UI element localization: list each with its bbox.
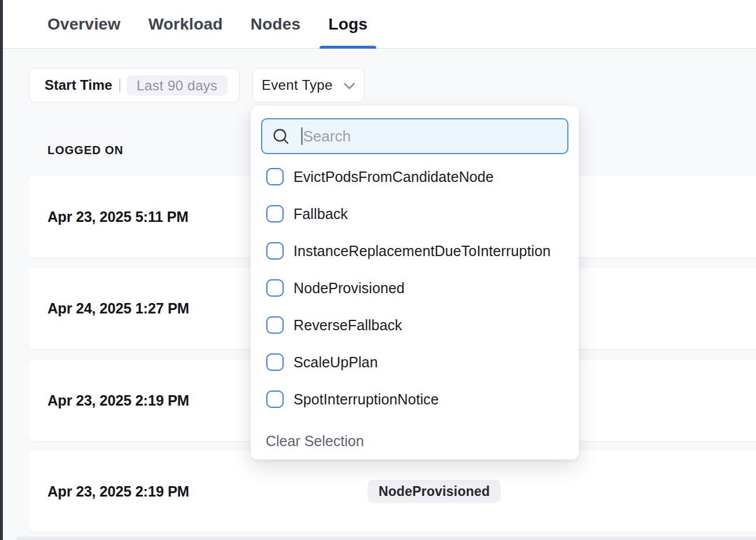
option-scaleupplan[interactable]: ScaleUpPlan: [251, 344, 579, 381]
window-left-edge: [0, 0, 3, 540]
event-type-label: Event Type: [262, 77, 333, 93]
logged-on-cell: Apr 24, 2025 1:27 PM: [47, 300, 189, 317]
filter-bar: Start Time Last 90 days Event Type: [29, 68, 365, 103]
text-cursor: [301, 127, 303, 145]
checkbox[interactable]: [266, 316, 284, 334]
option-reversefallback[interactable]: ReverseFallback: [251, 307, 579, 344]
checkbox[interactable]: [266, 279, 284, 297]
checkbox[interactable]: [266, 391, 284, 408]
logged-on-cell: Apr 23, 2025 2:19 PM: [47, 483, 189, 500]
search-placeholder: Search: [303, 127, 351, 145]
event-type-dropdown-panel: Search EvictPodsFromCandidateNode Fallba…: [251, 106, 579, 459]
horizontal-scrollbar[interactable]: [16, 537, 756, 540]
chevron-down-icon: [343, 82, 355, 90]
column-header-logged-on: LOGGED ON: [47, 144, 123, 157]
event-type-filter-button[interactable]: Event Type: [252, 68, 365, 103]
tab-bar: Overview Workload Nodes Logs: [0, 0, 756, 49]
search-icon: [273, 129, 289, 144]
checkbox[interactable]: [266, 168, 284, 185]
event-type-badge: NodeProvisioned: [368, 480, 501, 503]
start-time-label: Start Time: [45, 77, 112, 93]
logged-on-cell: Apr 23, 2025 5:11 PM: [47, 209, 188, 225]
tab-overview[interactable]: Overview: [47, 0, 120, 49]
log-row[interactable]: Apr 23, 2025 2:19 PM NodeProvisioned: [28, 451, 756, 532]
event-type-options: EvictPodsFromCandidateNode Fallback Inst…: [251, 158, 579, 418]
start-time-filter-button[interactable]: Start Time Last 90 days: [29, 68, 240, 103]
option-evictpodsfromcandidatenode[interactable]: EvictPodsFromCandidateNode: [251, 158, 579, 195]
option-instancereplacementduetointerruption[interactable]: InstanceReplacementDueToInterruption: [251, 232, 579, 269]
checkbox[interactable]: [266, 205, 284, 222]
option-nodeprovisioned[interactable]: NodeProvisioned: [251, 269, 579, 307]
checkbox[interactable]: [266, 242, 284, 260]
clear-selection-button[interactable]: Clear Selection: [266, 433, 364, 450]
checkbox[interactable]: [266, 353, 284, 371]
option-fallback[interactable]: Fallback: [251, 195, 579, 232]
start-time-value: Last 90 days: [127, 75, 227, 96]
tab-nodes[interactable]: Nodes: [251, 0, 301, 49]
dropdown-search-field[interactable]: Search: [261, 118, 568, 154]
filter-divider: [119, 79, 120, 92]
logged-on-cell: Apr 23, 2025 2:19 PM: [47, 392, 189, 409]
tab-workload[interactable]: Workload: [148, 0, 223, 49]
option-spotinterruptionnotice[interactable]: SpotInterruptionNotice: [251, 381, 579, 418]
tab-logs[interactable]: Logs: [328, 0, 368, 49]
